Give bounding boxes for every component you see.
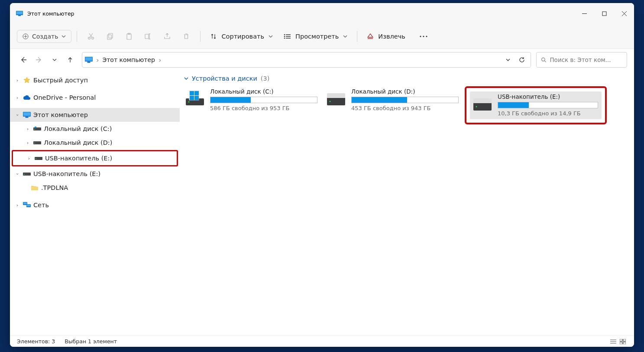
drive-name: Локальный диск (C:)	[210, 88, 317, 95]
recent-button[interactable]	[48, 53, 61, 66]
chevron-down-icon[interactable]: ›	[15, 112, 20, 118]
drive-name: USB-накопитель (E:)	[498, 93, 598, 100]
svg-rect-15	[109, 33, 113, 38]
sidebar-item-tpdlna[interactable]: .TPDLNA	[10, 181, 180, 195]
svg-rect-4	[602, 12, 606, 16]
drive-icon	[33, 127, 41, 131]
separator	[77, 31, 77, 42]
chevron-right-icon[interactable]: ›	[25, 126, 31, 132]
drive-item-e[interactable]: USB-накопитель (E:) 10,3 ГБ свободно из …	[470, 91, 602, 119]
sort-icon	[210, 33, 217, 40]
svg-rect-39	[26, 117, 29, 118]
tiles-view-button[interactable]	[618, 338, 627, 345]
breadcrumb-separator-icon: ›	[159, 56, 161, 64]
drive-free-text: 586 ГБ свободно из 953 ГБ	[210, 105, 317, 111]
search-box[interactable]	[536, 52, 627, 68]
drive-icon	[472, 94, 492, 114]
breadcrumb[interactable]: Этот компьютер	[102, 56, 155, 63]
more-button[interactable]	[415, 28, 432, 45]
minimize-button[interactable]	[574, 3, 594, 24]
drive-name: Локальный диск (D:)	[351, 88, 459, 95]
search-icon	[541, 57, 546, 63]
sidebar-item-usb-e[interactable]: › USB-накопитель (E:)	[13, 151, 177, 165]
back-button[interactable]	[17, 53, 30, 66]
delete-button[interactable]	[178, 28, 195, 45]
svg-point-30	[423, 36, 424, 37]
chevron-right-icon[interactable]: ›	[25, 140, 31, 146]
refresh-button[interactable]	[516, 54, 528, 66]
sidebar-item-label: USB-накопитель (E:)	[45, 155, 112, 162]
svg-rect-2	[18, 15, 21, 16]
drive-item-c[interactable]: Локальный диск (C:) 586 ГБ свободно из 9…	[182, 86, 321, 114]
sidebar-item-disk-d[interactable]: › Локальный диск (D:)	[10, 136, 180, 150]
paste-button[interactable]	[120, 28, 138, 45]
svg-point-46	[36, 158, 36, 159]
sidebar-item-this-pc[interactable]: › Этот компьютер	[10, 108, 180, 122]
separator	[357, 31, 357, 42]
sort-label: Сортировать	[221, 33, 264, 40]
eject-button[interactable]: Извлечь	[362, 30, 409, 42]
monitor-icon	[23, 112, 31, 118]
sidebar-item-quick-access[interactable]: › Быстрый доступ	[10, 73, 180, 87]
status-item-count: Элементов: 3	[17, 338, 55, 345]
main-pane: Устройства и диски (3) Локальный диск (C…	[180, 71, 634, 336]
status-selection: Выбран 1 элемент	[65, 338, 117, 345]
drive-usage-bar	[498, 102, 598, 108]
address-bar[interactable]: › Этот компьютер ›	[82, 52, 531, 68]
sort-button[interactable]: Сортировать	[206, 30, 277, 42]
svg-rect-70	[623, 339, 626, 341]
svg-rect-59	[194, 96, 199, 100]
sidebar-item-label: Локальный диск (D:)	[44, 139, 112, 146]
window-title: Этот компьютер	[27, 10, 74, 17]
sidebar-item-disk-c[interactable]: › Локальный диск (C:)	[10, 122, 180, 136]
address-history-button[interactable]	[504, 55, 512, 64]
copy-button[interactable]	[101, 28, 119, 45]
chevron-right-icon[interactable]: ›	[14, 202, 20, 208]
explorer-window: Этот компьютер Создать Сортировать П	[10, 3, 634, 347]
svg-rect-69	[620, 339, 622, 341]
new-button[interactable]: Создать	[17, 30, 71, 43]
share-button[interactable]	[159, 28, 176, 45]
svg-rect-14	[107, 35, 111, 39]
up-button[interactable]	[64, 53, 77, 66]
forward-button[interactable]	[32, 53, 45, 66]
view-label: Просмотреть	[295, 33, 339, 40]
svg-rect-57	[194, 91, 199, 95]
refresh-icon	[518, 56, 525, 63]
eject-icon	[367, 33, 374, 40]
drive-system-icon	[185, 89, 205, 109]
breadcrumb-separator-icon: ›	[96, 56, 99, 64]
maximize-button[interactable]	[594, 3, 614, 24]
chevron-right-icon[interactable]: ›	[14, 95, 20, 101]
view-button[interactable]: Просмотреть	[279, 30, 352, 42]
location-icon	[85, 57, 93, 63]
svg-point-42	[34, 129, 35, 130]
highlight-frame: USB-накопитель (E:) 10,3 ГБ свободно из …	[465, 86, 607, 124]
chevron-right-icon[interactable]: ›	[26, 156, 32, 161]
sidebar-item-label: Быстрый доступ	[33, 77, 88, 84]
sidebar-item-usb-e-expanded[interactable]: › USB-накопитель (E:)	[10, 167, 180, 181]
svg-point-26	[284, 37, 285, 39]
chevron-down-icon[interactable]: ›	[15, 171, 20, 177]
svg-rect-52	[27, 205, 30, 206]
group-header-devices[interactable]: Устройства и диски (3)	[184, 75, 627, 82]
search-input[interactable]	[550, 56, 622, 63]
view-icon	[283, 33, 291, 39]
drive-icon	[23, 172, 31, 176]
svg-line-12	[90, 33, 93, 38]
chevron-right-icon[interactable]: ›	[14, 78, 20, 83]
sidebar-item-onedrive[interactable]: › OneDrive - Personal	[10, 91, 180, 104]
sidebar-item-network[interactable]: › Сеть	[10, 198, 180, 212]
rename-button[interactable]	[139, 28, 157, 45]
status-bar: Элементов: 3 Выбран 1 элемент	[10, 336, 634, 347]
group-count: (3)	[261, 75, 270, 82]
star-icon	[23, 77, 31, 84]
cloud-icon	[23, 95, 31, 100]
chevron-down-icon	[343, 34, 347, 39]
details-view-button[interactable]	[609, 338, 618, 345]
titlebar: Этот компьютер	[10, 3, 634, 24]
sidebar-item-label: OneDrive - Personal	[33, 94, 96, 101]
drive-item-d[interactable]: Локальный диск (D:) 453 ГБ свободно из 9…	[324, 86, 462, 114]
cut-button[interactable]	[82, 28, 100, 45]
close-button[interactable]	[614, 3, 634, 24]
